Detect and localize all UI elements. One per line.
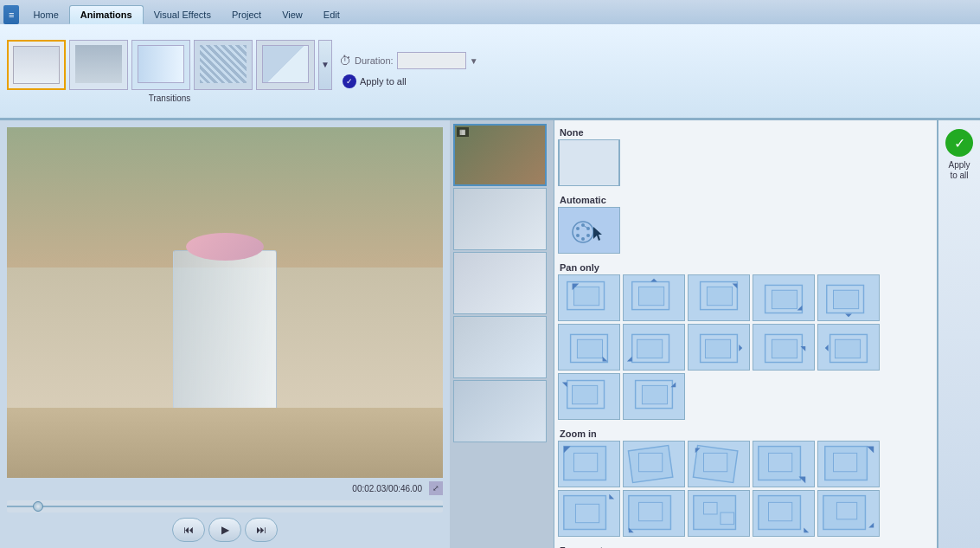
duration-dropdown-icon[interactable]: ▼: [470, 56, 478, 66]
tab-visual-effects[interactable]: Visual Effects: [144, 5, 221, 24]
tab-animations[interactable]: Animations: [69, 5, 144, 24]
apply-all-button[interactable]: ✓ Apply to all: [339, 73, 478, 90]
svg-rect-88: [721, 513, 734, 525]
apply-to-all-side-button[interactable]: ✓ Applyto all: [937, 120, 980, 548]
svg-rect-56: [642, 385, 667, 403]
svg-point-4: [586, 234, 590, 237]
effect-pan-right[interactable]: [688, 324, 750, 371]
transition-thumb-diagonal[interactable]: [256, 40, 315, 90]
effect-zi5[interactable]: [817, 441, 880, 487]
effect-pan-left[interactable]: [817, 324, 880, 371]
effect-pan-upleft[interactable]: [558, 274, 620, 321]
effect-zi3[interactable]: [688, 441, 750, 487]
film-icon-1: ▦: [457, 127, 469, 137]
svg-rect-91: [769, 502, 792, 520]
svg-rect-12: [574, 287, 599, 305]
transition-thumb-pattern[interactable]: [194, 40, 253, 90]
pan-leftup-svg: [559, 373, 619, 420]
timeline-clip-2[interactable]: [453, 188, 547, 250]
video-frame: [7, 127, 443, 478]
effect-pan-down[interactable]: [817, 274, 880, 321]
effect-zi10[interactable]: [817, 490, 880, 537]
timeline-clip-3[interactable]: [453, 252, 547, 314]
section-title-automatic: Automatic: [558, 191, 933, 207]
effect-zi9[interactable]: [753, 490, 815, 537]
effects-scroll-area[interactable]: None Automatic: [554, 120, 937, 548]
effect-pan-leftup[interactable]: [558, 373, 620, 420]
transition-thumb-blank[interactable]: [7, 40, 66, 90]
effect-zi8[interactable]: [688, 490, 750, 537]
effect-pan-downright-corner[interactable]: [753, 274, 815, 321]
clip-thumbnail-2: [454, 189, 546, 249]
svg-rect-95: [836, 502, 856, 519]
none-grid: [558, 139, 933, 186]
main-area: 00:02.03/00:46.00 ⤢ ⏮ ▶ ⏭ ▦: [0, 120, 980, 548]
timeline-clip-1[interactable]: ▦: [453, 124, 547, 186]
svg-rect-48: [835, 339, 860, 358]
clip-thumbnail-3: [454, 253, 546, 313]
svg-rect-67: [704, 453, 727, 471]
duration-input[interactable]: [397, 52, 466, 69]
svg-rect-79: [575, 504, 599, 522]
tab-edit[interactable]: Edit: [313, 5, 350, 24]
tab-project[interactable]: Project: [221, 5, 272, 24]
effect-zi6[interactable]: [558, 490, 620, 537]
tab-view[interactable]: View: [272, 5, 313, 24]
clip-thumbnail-5: [454, 381, 546, 442]
section-title-pan: Pan only: [558, 259, 933, 274]
effect-pan-upright[interactable]: [688, 274, 750, 321]
duration-icon: ⏱: [339, 54, 351, 68]
effect-automatic[interactable]: [558, 207, 620, 254]
effect-pan-leftdown[interactable]: [623, 324, 685, 371]
timeline-strip: ▦: [450, 120, 554, 548]
zi5-svg: [818, 441, 879, 487]
expand-button[interactable]: ⤢: [429, 481, 443, 495]
svg-rect-20: [707, 287, 732, 305]
pan-leftdown-svg: [624, 324, 684, 371]
effect-pan-rightup[interactable]: [623, 373, 685, 420]
pan-left-svg: [818, 324, 879, 371]
effect-zi7[interactable]: [623, 490, 685, 537]
svg-rect-40: [705, 339, 730, 358]
zoomin-grid: [558, 441, 933, 537]
transitions-scroll-down[interactable]: ▼: [318, 40, 332, 90]
tab-bar: ≡ Home Animations Visual Effects Project…: [0, 0, 980, 24]
ribbon-content: ▼ Transitions ⏱ Duration: ▼ ✓ Apply to a…: [0, 24, 980, 119]
fast-forward-button[interactable]: ⏭: [245, 518, 278, 542]
timeline-clip-4[interactable]: [453, 316, 547, 378]
effect-pan-rightdown[interactable]: [753, 324, 815, 371]
ribbon: ≡ Home Animations Visual Effects Project…: [0, 0, 980, 120]
effect-none[interactable]: [558, 139, 620, 186]
transition-thumb-blue[interactable]: [131, 40, 190, 90]
tab-home[interactable]: Home: [22, 5, 68, 24]
pan-downright-svg: [559, 324, 619, 371]
effect-zi2[interactable]: [623, 441, 685, 487]
svg-point-7: [576, 227, 580, 230]
timeline-clip-5[interactable]: [453, 380, 547, 442]
effects-panel: None Automatic: [554, 120, 937, 548]
effect-zi4[interactable]: [753, 441, 815, 487]
zi4-svg: [753, 441, 814, 487]
effect-pan-downright[interactable]: [558, 324, 620, 371]
transition-thumb-grey[interactable]: [69, 40, 128, 90]
svg-rect-36: [637, 339, 663, 358]
playback-controls: ⏮ ▶ ⏭: [7, 518, 443, 542]
progress-bar[interactable]: [7, 500, 443, 513]
pan-upright-svg: [689, 274, 749, 321]
preview-panel: 00:02.03/00:46.00 ⤢ ⏮ ▶ ⏭: [0, 120, 450, 548]
clip-thumbnail-4: [454, 317, 546, 377]
rewind-button[interactable]: ⏮: [172, 518, 205, 542]
play-button[interactable]: ▶: [208, 518, 241, 542]
effect-pan-up[interactable]: [623, 274, 685, 321]
clip-thumbnail-1: ▦: [455, 126, 545, 184]
automatic-grid: [558, 207, 933, 254]
svg-rect-60: [574, 453, 598, 471]
pan-rightup-svg: [624, 373, 684, 420]
svg-point-5: [581, 237, 585, 241]
zi1-svg: [559, 441, 619, 487]
svg-rect-52: [573, 385, 598, 403]
effect-zi1[interactable]: [558, 441, 620, 487]
progress-knob[interactable]: [33, 501, 43, 512]
app-menu-button[interactable]: ≡: [3, 5, 19, 24]
svg-rect-64: [639, 453, 663, 471]
